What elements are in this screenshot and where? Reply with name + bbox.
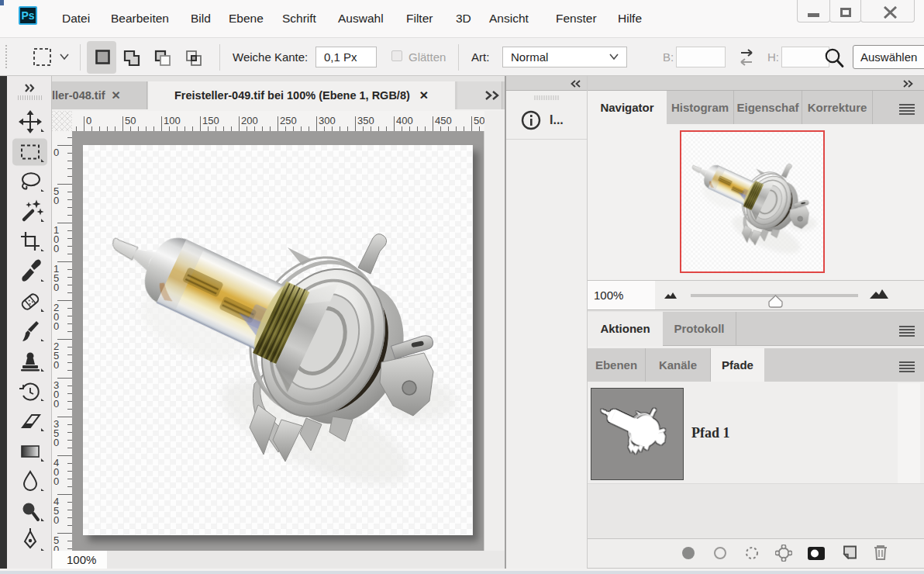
svg-text:500: 500	[474, 115, 484, 126]
svg-text:350: 350	[357, 115, 374, 126]
svg-text:0: 0	[86, 115, 91, 126]
svg-text:100: 100	[164, 115, 181, 126]
svg-text:0: 0	[53, 195, 59, 206]
svg-text:0: 0	[53, 475, 59, 487]
svg-text:0: 0	[53, 359, 59, 371]
svg-text:0: 0	[53, 243, 59, 254]
svg-text:300: 300	[319, 115, 336, 126]
svg-text:200: 200	[241, 115, 258, 126]
svg-text:450: 450	[435, 115, 452, 126]
svg-text:0: 0	[53, 398, 59, 410]
svg-text:0: 0	[53, 437, 59, 448]
svg-text:0: 0	[53, 147, 59, 158]
svg-text:0: 0	[53, 514, 59, 526]
svg-text:150: 150	[202, 115, 219, 126]
svg-text:250: 250	[280, 115, 297, 126]
svg-text:0: 0	[53, 320, 59, 332]
svg-text:400: 400	[396, 115, 413, 126]
svg-text:0: 0	[53, 282, 59, 293]
svg-text:50: 50	[125, 115, 136, 126]
svg-text:0: 0	[53, 544, 59, 552]
